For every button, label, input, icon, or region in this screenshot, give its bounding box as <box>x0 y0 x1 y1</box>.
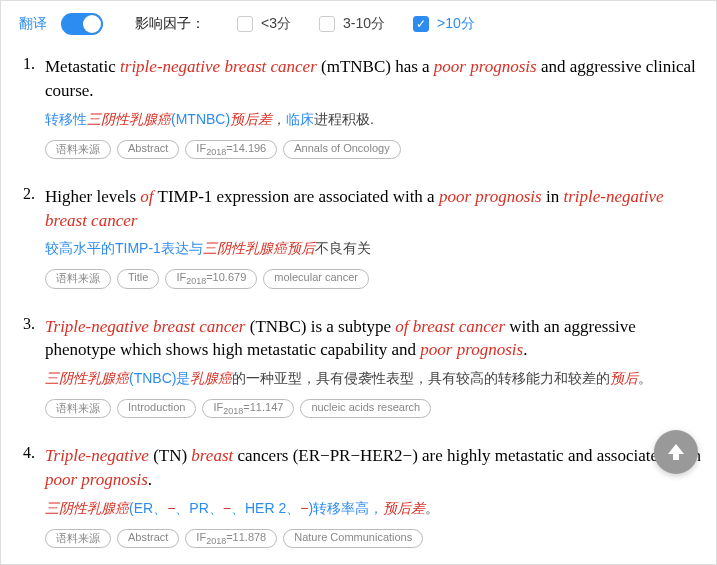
translate-label: 翻译 <box>19 15 47 33</box>
chinese-translation: 三阴性乳腺癌(TNBC)是乳腺癌的一种亚型，具有侵袭性表型，具有较高的转移能力和… <box>45 368 702 389</box>
text-fragment: TIMP-1 expression are associated with a <box>154 187 439 206</box>
text-fragment: 不良有关 <box>315 240 371 256</box>
item-number: 1. <box>15 55 35 159</box>
impact-factor-label: 影响因子： <box>135 15 205 33</box>
highlight-term: 三阴性乳腺癌 <box>45 370 129 386</box>
result-item: 3.Triple-negative breast cancer (TNBC) i… <box>15 315 702 419</box>
tag-impact-factor[interactable]: IF2018=14.196 <box>185 140 277 159</box>
checkbox-icon <box>319 16 335 32</box>
highlight-term: 三阴性乳腺癌 <box>87 111 171 127</box>
item-content: Metastatic triple-negative breast cancer… <box>45 55 702 159</box>
text-fragment: 、HER 2、 <box>231 500 300 516</box>
filter-label: <3分 <box>261 15 291 33</box>
tag-row: 语料来源TitleIF2018=10.679molecular cancer <box>45 269 702 288</box>
highlight-term: 三阴性乳腺癌预后 <box>203 240 315 256</box>
translate-toggle-group: 翻译 <box>19 13 103 35</box>
tag-journal[interactable]: molecular cancer <box>263 269 369 288</box>
text-fragment: 。 <box>425 500 439 516</box>
result-item: 1.Metastatic triple-negative breast canc… <box>15 55 702 159</box>
text-fragment: (TN) <box>149 446 191 465</box>
english-sentence: Triple-negative (TN) breast cancers (ER−… <box>45 444 702 492</box>
translate-toggle[interactable] <box>61 13 103 35</box>
tag-section[interactable]: Title <box>117 269 159 288</box>
highlight-term: 预后差 <box>230 111 272 127</box>
tag-journal[interactable]: nucleic acids research <box>300 399 431 418</box>
chinese-translation: 转移性三阴性乳腺癌(MTNBC)预后差，临床进程积极. <box>45 109 702 130</box>
text-fragment: )转移率高， <box>308 500 383 516</box>
text-fragment: Metastatic <box>45 57 120 76</box>
result-item: 4.Triple-negative (TN) breast cancers (E… <box>15 444 702 548</box>
text-fragment: (TNBC)是 <box>129 370 190 386</box>
text-fragment: (TNBC) is a subtype <box>246 317 396 336</box>
tag-source[interactable]: 语料来源 <box>45 399 111 418</box>
highlight-term: 预后差 <box>383 500 425 516</box>
tag-source[interactable]: 语料来源 <box>45 269 111 288</box>
tag-source[interactable]: 语料来源 <box>45 140 111 159</box>
highlight-term: poor prognosis <box>434 57 537 76</box>
text-fragment: 进程积极. <box>314 111 374 127</box>
english-sentence: Metastatic triple-negative breast cancer… <box>45 55 702 103</box>
filter-label: >10分 <box>437 15 475 33</box>
text-fragment: 较高水平的TIMP-1表达与 <box>45 240 203 256</box>
item-content: Triple-negative breast cancer (TNBC) is … <box>45 315 702 419</box>
text-fragment: cancers (ER−PR−HER2−) are highly metasta… <box>233 446 701 465</box>
text-fragment: 临床 <box>286 111 314 127</box>
arrow-up-icon <box>664 440 688 464</box>
highlight-term: poor prognosis <box>420 340 523 359</box>
highlight-term: triple-negative breast cancer <box>120 57 317 76</box>
tag-row: 语料来源AbstractIF2018=14.196Annals of Oncol… <box>45 140 702 159</box>
highlight-term: poor prognosis <box>439 187 542 206</box>
tag-source[interactable]: 语料来源 <box>45 529 111 548</box>
highlight-term: breast <box>191 446 233 465</box>
text-fragment: 转移性 <box>45 111 87 127</box>
results-list: 1.Metastatic triple-negative breast canc… <box>1 55 716 548</box>
english-sentence: Triple-negative breast cancer (TNBC) is … <box>45 315 702 363</box>
highlight-term: Triple-negative <box>45 446 149 465</box>
text-fragment: (ER、 <box>129 500 167 516</box>
scroll-to-top-button[interactable] <box>654 430 698 474</box>
chinese-translation: 较高水平的TIMP-1表达与三阴性乳腺癌预后不良有关 <box>45 238 702 259</box>
item-number: 4. <box>15 444 35 548</box>
tag-journal[interactable]: Annals of Oncology <box>283 140 400 159</box>
tag-impact-factor[interactable]: IF2018=10.679 <box>165 269 257 288</box>
text-fragment: 的一种亚型，具有侵袭性表型，具有较高的转移能力和较差的 <box>232 370 610 386</box>
top-filter-bar: 翻译 影响因子： <3分3-10分✓>10分 <box>1 1 716 55</box>
tag-section[interactable]: Abstract <box>117 529 179 548</box>
checkmark-icon: ✓ <box>416 18 426 30</box>
chinese-translation: 三阴性乳腺癌(ER、−、PR、−、HER 2、−)转移率高，预后差。 <box>45 498 702 519</box>
item-number: 2. <box>15 185 35 289</box>
text-fragment: (mTNBC) has a <box>317 57 434 76</box>
highlight-term: 预后 <box>610 370 638 386</box>
highlight-term: − <box>223 500 231 516</box>
tag-journal[interactable]: Nature Communications <box>283 529 423 548</box>
tag-impact-factor[interactable]: IF2018=11.147 <box>202 399 294 418</box>
text-fragment: Higher levels <box>45 187 140 206</box>
text-fragment: ， <box>272 111 286 127</box>
checkbox-icon: ✓ <box>413 16 429 32</box>
item-number: 3. <box>15 315 35 419</box>
tag-section[interactable]: Introduction <box>117 399 196 418</box>
filter-item-2[interactable]: ✓>10分 <box>413 15 475 33</box>
checkbox-icon <box>237 16 253 32</box>
highlight-term: of breast cancer <box>395 317 505 336</box>
item-content: Higher levels of TIMP-1 expression are a… <box>45 185 702 289</box>
highlight-term: 乳腺癌 <box>190 370 232 386</box>
text-fragment: 。 <box>638 370 652 386</box>
text-fragment: (MTNBC) <box>171 111 230 127</box>
tag-section[interactable]: Abstract <box>117 140 179 159</box>
tag-row: 语料来源IntroductionIF2018=11.147nucleic aci… <box>45 399 702 418</box>
impact-factor-filters: <3分3-10分✓>10分 <box>237 15 475 33</box>
filter-item-0[interactable]: <3分 <box>237 15 291 33</box>
highlight-term: poor prognosis <box>45 470 148 489</box>
text-fragment: . <box>148 470 152 489</box>
item-content: Triple-negative (TN) breast cancers (ER−… <box>45 444 702 548</box>
english-sentence: Higher levels of TIMP-1 expression are a… <box>45 185 702 233</box>
text-fragment: 、PR、 <box>175 500 222 516</box>
highlight-term: Triple-negative breast cancer <box>45 317 246 336</box>
result-item: 2.Higher levels of TIMP-1 expression are… <box>15 185 702 289</box>
text-fragment: . <box>523 340 527 359</box>
tag-impact-factor[interactable]: IF2018=11.878 <box>185 529 277 548</box>
highlight-term: 三阴性乳腺癌 <box>45 500 129 516</box>
tag-row: 语料来源AbstractIF2018=11.878Nature Communic… <box>45 529 702 548</box>
filter-item-1[interactable]: 3-10分 <box>319 15 385 33</box>
